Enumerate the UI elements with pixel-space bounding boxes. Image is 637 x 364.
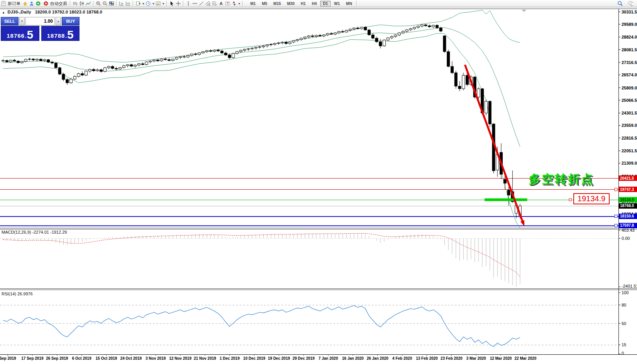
auto-trading-button[interactable]: 自动交易: [42, 0, 68, 7]
toolbar-separator: [70, 1, 71, 6]
volume-down-button[interactable]: ▼: [19, 17, 25, 25]
svg-text:29 Dec 2019: 29 Dec 2019: [292, 356, 315, 361]
buy-button[interactable]: BUY: [62, 17, 79, 25]
price-marker: 18768.0: [619, 203, 637, 209]
chevron-down-icon: ▼: [21, 20, 23, 22]
svg-text:24 Oct 2019: 24 Oct 2019: [120, 356, 142, 361]
svg-text:3 Mar 2020: 3 Mar 2020: [466, 356, 487, 361]
svg-text:12 Nov 2019: 12 Nov 2019: [169, 356, 191, 361]
candle-chart-icon[interactable]: [79, 1, 85, 7]
chevron-down-icon[interactable]: ▼: [162, 2, 165, 5]
volume-up-button[interactable]: ▲: [56, 17, 61, 25]
svg-text:Sep 2019: Sep 2019: [0, 356, 16, 361]
svg-text:10 Dec 2019: 10 Dec 2019: [243, 356, 265, 361]
tile-windows-icon[interactable]: [108, 1, 115, 7]
timeframe-button-M1[interactable]: M1: [248, 1, 259, 7]
horizontal-line-icon[interactable]: [192, 1, 198, 7]
search-icon[interactable]: [617, 1, 623, 7]
svg-text:24301.5: 24301.5: [622, 111, 637, 115]
decimal-dot: .: [65, 33, 67, 39]
svg-text:25066.5: 25066.5: [622, 98, 637, 103]
text-label-icon[interactable]: T: [225, 1, 231, 7]
sell-button[interactable]: SELL: [1, 17, 19, 25]
metaquotes-icon[interactable]: [22, 1, 28, 7]
svg-text:100: 100: [622, 290, 629, 295]
svg-text:T: T: [226, 2, 229, 5]
auto-scroll-icon[interactable]: [118, 1, 125, 7]
decimal-dot: .: [25, 33, 27, 39]
price-marker: 19747.3: [619, 187, 637, 192]
symbol-marker-icon: ▲: [2, 11, 5, 14]
svg-text:50: 50: [622, 321, 626, 326]
svg-text:-2401.51: -2401.51: [622, 284, 637, 288]
macd-indicator-label: MACD(12,26,9) -2274.01 -1912.29: [2, 230, 67, 234]
cursor-icon[interactable]: [169, 1, 175, 7]
equidistant-channel-icon[interactable]: E: [205, 1, 211, 7]
auto-trading-icon: [43, 1, 49, 7]
svg-text:29589.0: 29589.0: [622, 22, 637, 27]
chart-ohlc-header: ▲ DJ30-,Daily 18200.0 19792.0 18023.0 18…: [2, 10, 102, 14]
auto-trading-label: 自动交易: [50, 1, 67, 7]
text-icon[interactable]: A: [218, 1, 224, 7]
new-order-button[interactable]: 新订单: [0, 0, 22, 7]
sell-price-display[interactable]: 18766.5: [1, 26, 39, 41]
community-icon[interactable]: [29, 1, 35, 7]
timeframe-button-W1[interactable]: W1: [331, 1, 343, 7]
timeframe-button-H1[interactable]: H1: [298, 1, 308, 7]
svg-text:403.43: 403.43: [622, 228, 635, 233]
svg-text:A: A: [220, 1, 223, 6]
chat-icon[interactable]: [627, 1, 634, 7]
svg-text:0.00: 0.00: [622, 236, 630, 241]
price-marker: 20421.5: [619, 175, 637, 181]
chevron-down-icon[interactable]: ▼: [142, 2, 145, 5]
crosshair-icon[interactable]: [175, 1, 181, 7]
line-chart-icon[interactable]: [85, 1, 91, 7]
zoom-out-icon[interactable]: [102, 1, 108, 7]
toolbar-separator: [166, 1, 167, 6]
bar-chart-icon[interactable]: [72, 1, 78, 7]
volume-input[interactable]: [25, 17, 55, 25]
svg-text:22816.5: 22816.5: [622, 136, 637, 140]
sell-price-big-digit: 5: [27, 30, 34, 39]
turning-point-annotation[interactable]: 多空转折点: [529, 173, 594, 186]
svg-text:25809.0: 25809.0: [622, 86, 637, 90]
buy-price-display[interactable]: 18788.5: [41, 26, 80, 41]
price-marker: 19134.9: [619, 197, 637, 202]
mt4-window: 新订单 自动交易 ▼ ▼ ▼ E F A T ▼: [0, 0, 637, 364]
svg-text:26 Jan 2020: 26 Jan 2020: [367, 356, 389, 361]
toolbar-separator: [133, 1, 133, 6]
chart-shift-icon[interactable]: [125, 1, 131, 7]
symbol-period-label: DJ30-,Daily: [7, 10, 31, 14]
svg-text:6 Oct 2019: 6 Oct 2019: [72, 356, 91, 361]
svg-text:17 Sep 2019: 17 Sep 2019: [21, 356, 44, 361]
rsi-indicator-label: RSI(14) 26.9976: [2, 292, 33, 296]
price-marker: 17597.8: [619, 223, 637, 228]
signals-icon[interactable]: [35, 1, 41, 7]
svg-text:F: F: [215, 4, 217, 6]
timeframe-button-M30[interactable]: M30: [284, 1, 297, 7]
indicators-icon[interactable]: [155, 1, 161, 7]
svg-text:80: 80: [622, 303, 626, 307]
svg-text:15 Oct 2019: 15 Oct 2019: [96, 356, 117, 361]
svg-text:13 Feb 2020: 13 Feb 2020: [416, 356, 438, 361]
new-chart-icon[interactable]: [135, 1, 141, 7]
arrows-icon[interactable]: [231, 1, 237, 7]
timeframe-button-M5[interactable]: M5: [259, 1, 270, 7]
svg-text:0: 0: [622, 351, 624, 356]
chevron-down-icon[interactable]: ▼: [238, 2, 241, 5]
fibonacci-icon[interactable]: F: [211, 1, 218, 7]
periods-icon[interactable]: [145, 1, 151, 7]
timeframe-button-M15[interactable]: M15: [271, 1, 284, 7]
svg-text:1 Dec 2019: 1 Dec 2019: [220, 356, 240, 361]
chevron-down-icon[interactable]: ▼: [152, 2, 155, 5]
trendline-icon[interactable]: [198, 1, 204, 7]
zoom-in-icon[interactable]: [95, 1, 101, 7]
timeframe-button-H4[interactable]: H4: [309, 1, 319, 7]
chevron-up-icon: ▲: [57, 20, 59, 22]
toolbar-separator: [183, 1, 184, 6]
price-tag-annotation[interactable]: 19134.9: [573, 193, 610, 204]
vertical-line-icon[interactable]: [185, 1, 191, 7]
timeframe-button-D1[interactable]: D1: [320, 1, 331, 7]
toolbar-separator: [242, 1, 243, 6]
timeframe-button-MN[interactable]: MN: [343, 1, 355, 7]
